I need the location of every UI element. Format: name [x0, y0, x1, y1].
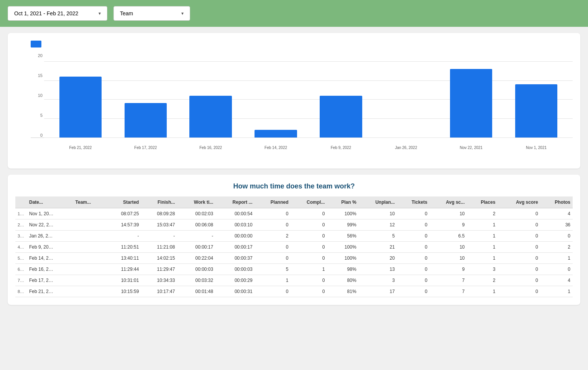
table-cell: 9 [430, 219, 467, 231]
team-dropdown[interactable]: Team ▾ [113, 6, 190, 21]
column-header: Finish... [141, 196, 177, 208]
table-cell: 0 [291, 275, 327, 286]
table-cell: 00:00:00 [215, 231, 255, 242]
bar-group [373, 54, 439, 138]
table-cell: 99% [327, 219, 358, 231]
table-cell [73, 208, 105, 219]
table-cell: 7 [430, 286, 467, 297]
table-title: How much time does the team work? [15, 182, 573, 190]
date-range-label: Oct 1, 2021 - Feb 21, 2022 [14, 10, 78, 16]
column-header: Avg sc... [430, 196, 467, 208]
table-cell: Feb 21, 2… [27, 286, 73, 297]
table-cell: 0 [397, 253, 430, 264]
table-cell: 11:29:47 [141, 264, 177, 275]
table-cell: 0 [255, 242, 291, 253]
table-cell: 10 [359, 208, 397, 219]
table-cell [73, 286, 105, 297]
date-range-dropdown[interactable]: Oct 1, 2021 - Feb 21, 2022 ▾ [8, 6, 107, 21]
column-header: Planned [255, 196, 291, 208]
column-header: Plan % [327, 196, 358, 208]
table-cell: 100% [327, 242, 358, 253]
table-cell: 0 [291, 231, 327, 242]
table-cell: 2 [540, 242, 573, 253]
table-cell: 13 [359, 264, 397, 275]
column-header [15, 196, 27, 208]
table-cell: 1 [540, 253, 573, 264]
table-cell: 9 [430, 264, 467, 275]
bar [189, 96, 232, 138]
bar-group [48, 54, 113, 138]
table-cell: 80% [327, 275, 358, 286]
bar-group [309, 54, 374, 138]
table-cell: 2… [15, 219, 27, 231]
table-cell: 0 [255, 208, 291, 219]
table-cell: 100% [327, 253, 358, 264]
table-row: 5…Feb 14, 2…13:40:1114:02:1500:22:0400:0… [15, 253, 573, 264]
table-cell: 98% [327, 264, 358, 275]
grid-line [44, 138, 573, 138]
table-cell: 10 [430, 208, 467, 219]
table-cell: 0 [498, 208, 540, 219]
table-cell: 00:03:10 [215, 219, 255, 231]
table-cell: 10:31:01 [105, 275, 141, 286]
column-header: Places [467, 196, 498, 208]
table-cell: 0 [397, 264, 430, 275]
bar-group [504, 54, 569, 138]
table-card: How much time does the team work? Date..… [8, 175, 580, 305]
table-cell: 4 [540, 275, 573, 286]
chart-card: 20151050 Feb 21, 2022Feb 17, 2022Feb 16,… [8, 33, 580, 169]
table-cell: 6.5 [430, 231, 467, 242]
table-cell: 8… [15, 286, 27, 297]
table-cell: 20 [359, 253, 397, 264]
bar [515, 84, 557, 138]
table-cell: 0 [291, 208, 327, 219]
table-cell: 2 [255, 231, 291, 242]
column-header: Tickets [397, 196, 430, 208]
table-cell: 13:40:11 [105, 253, 141, 264]
table-cell: 0 [291, 286, 327, 297]
table-cell: 56% [327, 231, 358, 242]
x-axis-label: Feb 21, 2022 [48, 146, 113, 150]
table-row: 8…Feb 21, 2…10:15:5910:17:4700:01:4800:0… [15, 286, 573, 297]
table-cell: 15:03:47 [141, 219, 177, 231]
table-cell: 0 [498, 264, 540, 275]
table-cell: Feb 17, 2… [27, 275, 73, 286]
bar-group [439, 54, 504, 138]
table-cell: - [177, 231, 215, 242]
bar-group [113, 54, 178, 138]
table-cell: 00:00:54 [215, 208, 255, 219]
table-cell: 10 [430, 242, 467, 253]
table-cell: 11:21:08 [141, 242, 177, 253]
table-cell: 10:34:33 [141, 275, 177, 286]
table-cell: 1 [467, 231, 498, 242]
table-cell: 12 [359, 219, 397, 231]
table-cell: 1 [467, 286, 498, 297]
bar-group [243, 54, 309, 138]
table-cell: Nov 22, 2… [27, 219, 73, 231]
table-cell: 1 [540, 286, 573, 297]
table-cell [73, 264, 105, 275]
table-cell: 4 [540, 208, 573, 219]
table-cell: 00:00:29 [215, 275, 255, 286]
table-cell: 0 [498, 231, 540, 242]
table-cell: 1 [255, 275, 291, 286]
table-cell: 00:00:37 [215, 253, 255, 264]
column-header: Compl... [291, 196, 327, 208]
table-cell: 00:01:48 [177, 286, 215, 297]
table-cell: 00:02:03 [177, 208, 215, 219]
table-cell: 3 [359, 275, 397, 286]
table-cell: 0 [498, 219, 540, 231]
bar [320, 96, 362, 138]
table-cell: 00:00:17 [215, 242, 255, 253]
table-cell: Nov 1, 20… [27, 208, 73, 219]
table-row: 7…Feb 17, 2…10:31:0110:34:3300:03:3200:0… [15, 275, 573, 286]
x-axis-label: Feb 16, 2022 [178, 146, 243, 150]
table-cell: 0 [397, 219, 430, 231]
table-cell: 10:15:59 [105, 286, 141, 297]
table-cell: 00:00:03 [177, 264, 215, 275]
table-cell: 10:17:47 [141, 286, 177, 297]
table-cell: 0 [255, 253, 291, 264]
table-cell: 0 [291, 253, 327, 264]
table-cell: 0 [498, 242, 540, 253]
table-row: 4…Feb 9, 20…11:20:5111:21:0800:00:1700:0… [15, 242, 573, 253]
